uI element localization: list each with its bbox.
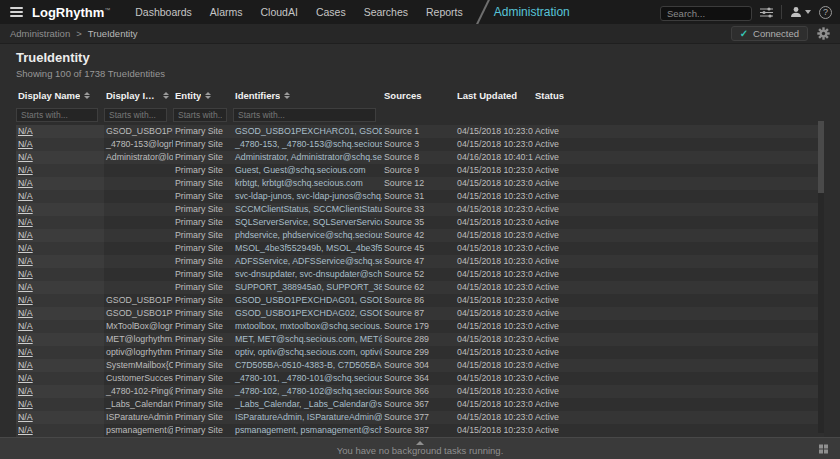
- nav-item-administration[interactable]: Administration: [494, 5, 570, 19]
- display-name-link[interactable]: N/A: [18, 243, 33, 253]
- identifiers-cell: GSOD_USBO1PEXCHDAG02, GSOD_USBO1...: [233, 307, 382, 320]
- display-name-link[interactable]: N/A: [18, 139, 33, 149]
- filter-display-identifier[interactable]: [104, 108, 167, 122]
- nav-divider: [781, 5, 782, 19]
- vertical-scrollbar[interactable]: [818, 121, 824, 433]
- hamburger-icon[interactable]: [10, 7, 23, 17]
- record-count: Showing 100 of 1738 TrueIdentities: [16, 68, 824, 80]
- nav-item-cloudai[interactable]: CloudAI: [252, 0, 307, 24]
- table-row[interactable]: N/A _4780-102-Ping@... Primary Site _478…: [16, 385, 824, 398]
- table-row[interactable]: N/A ISParatureAdmin... Primary Site ISPa…: [16, 411, 824, 424]
- logo[interactable]: LogRhythm™: [32, 5, 110, 20]
- display-name-link[interactable]: N/A: [18, 126, 33, 136]
- display-name-link[interactable]: N/A: [18, 321, 33, 331]
- display-name-cell: N/A: [16, 268, 104, 281]
- table-row[interactable]: N/A CustomerSuccess... Primary Site _478…: [16, 372, 824, 385]
- column-header-sources[interactable]: Sources: [382, 87, 455, 103]
- table-row[interactable]: N/A SystemMailbox{C... Primary Site C7D5…: [16, 359, 824, 372]
- breadcrumb-separator: >: [76, 28, 82, 39]
- column-header-last-updated[interactable]: Last Updated: [455, 87, 533, 103]
- table-row[interactable]: N/A _Labs_Calendar@... Primary Site _Lab…: [16, 398, 824, 411]
- nav-item-dashboards[interactable]: Dashboards: [126, 0, 201, 24]
- table-row[interactable]: N/A Primary Site svc-dnsupdater, svc-dns…: [16, 268, 824, 281]
- last-updated-cell: 04/15/2018 10:23:03 pm: [455, 268, 533, 281]
- status-cell: Active: [533, 177, 824, 190]
- status-cell: Active: [533, 164, 824, 177]
- entity-cell: Primary Site: [173, 138, 233, 151]
- column-header-identifiers[interactable]: Identifiers: [233, 87, 382, 103]
- table-row[interactable]: N/A _4780-153@logrh... Primary Site _478…: [16, 138, 824, 151]
- display-name-link[interactable]: N/A: [18, 308, 33, 318]
- nav-item-alarms[interactable]: Alarms: [201, 0, 252, 24]
- table-row[interactable]: N/A Primary Site krbtgt, krbtgt@schq.sec…: [16, 177, 824, 190]
- last-updated-cell: 04/15/2018 10:23:03 pm: [455, 229, 533, 242]
- connected-status[interactable]: ✓ Connected: [731, 26, 808, 41]
- table-row[interactable]: N/A GSOD_USBO1PEX... Primary Site GSOD_U…: [16, 307, 824, 320]
- nav-item-cases[interactable]: Cases: [307, 0, 355, 24]
- entity-cell: Primary Site: [173, 359, 233, 372]
- user-menu[interactable]: [790, 6, 811, 18]
- display-name-link[interactable]: N/A: [18, 360, 33, 370]
- table-row[interactable]: N/A Primary Site SCCMClientStatus, SCCMC…: [16, 203, 824, 216]
- display-name-link[interactable]: N/A: [18, 373, 33, 383]
- display-name-link[interactable]: N/A: [18, 256, 33, 266]
- display-name-link[interactable]: N/A: [18, 295, 33, 305]
- display-identifier-cell: [104, 177, 173, 190]
- display-name-link[interactable]: N/A: [18, 269, 33, 279]
- background-tasks-icon[interactable]: [819, 444, 828, 453]
- status-cell: Active: [533, 411, 824, 424]
- table-row[interactable]: N/A MxToolBox@logr... Primary Site mxtoo…: [16, 320, 824, 333]
- table-row[interactable]: N/A Primary Site Guest, Guest@schq.secio…: [16, 164, 824, 177]
- display-name-link[interactable]: N/A: [18, 425, 33, 435]
- display-name-link[interactable]: N/A: [18, 412, 33, 422]
- sources-cell: Source 179: [382, 320, 455, 333]
- entity-cell: Primary Site: [173, 320, 233, 333]
- filter-identifiers[interactable]: [233, 108, 376, 122]
- table-row[interactable]: N/A Primary Site ADFSService, ADFSServic…: [16, 255, 824, 268]
- nav-item-searches[interactable]: Searches: [355, 0, 417, 24]
- display-name-cell: N/A: [16, 203, 104, 216]
- help-icon[interactable]: ?: [819, 6, 832, 19]
- column-header-display-identifier[interactable]: Display Identifier: [104, 87, 173, 103]
- table-row[interactable]: N/A Primary Site phdservice, phdservice@…: [16, 229, 824, 242]
- filter-entity[interactable]: [173, 108, 227, 122]
- table-row[interactable]: N/A Primary Site SUPPORT_388945a0, SUPPO…: [16, 281, 824, 294]
- table-row[interactable]: N/A MET@logrhythm.... Primary Site MET, …: [16, 333, 824, 346]
- display-name-link[interactable]: N/A: [18, 191, 33, 201]
- display-name-link[interactable]: N/A: [18, 204, 33, 214]
- last-updated-cell: 04/15/2018 10:23:03 pm: [455, 411, 533, 424]
- filter-display-name[interactable]: [16, 108, 98, 122]
- global-search-input[interactable]: [660, 6, 752, 21]
- display-name-link[interactable]: N/A: [18, 230, 33, 240]
- table-row[interactable]: N/A Primary Site MSOL_4be3f552949b, MSOL…: [16, 242, 824, 255]
- table-row[interactable]: N/A GSOD_USBO1PEX... Primary Site GSOD_U…: [16, 125, 824, 138]
- display-name-link[interactable]: N/A: [18, 152, 33, 162]
- display-name-link[interactable]: N/A: [18, 178, 33, 188]
- last-updated-cell: 04/15/2018 10:23:03 pm: [455, 190, 533, 203]
- settings-gear-icon[interactable]: [817, 27, 830, 40]
- last-updated-cell: 04/15/2018 10:23:03 pm: [455, 385, 533, 398]
- last-updated-cell: 04/15/2018 10:23:03 pm: [455, 242, 533, 255]
- display-name-link[interactable]: N/A: [18, 399, 33, 409]
- table-row[interactable]: N/A Primary Site SQLServerService, SQLSe…: [16, 216, 824, 229]
- display-name-link[interactable]: N/A: [18, 217, 33, 227]
- table-row[interactable]: N/A optiv@logrhythm... Primary Site opti…: [16, 346, 824, 359]
- table-row[interactable]: N/A GSOD_USBO1PEX... Primary Site GSOD_U…: [16, 294, 824, 307]
- column-header-display-name[interactable]: Display Name: [16, 87, 104, 103]
- display-name-link[interactable]: N/A: [18, 282, 33, 292]
- entity-cell: Primary Site: [173, 281, 233, 294]
- column-header-entity[interactable]: Entity: [173, 87, 233, 103]
- scrollbar-thumb[interactable]: [818, 121, 824, 193]
- table-row[interactable]: N/A Primary Site svc-ldap-junos, svc-lda…: [16, 190, 824, 203]
- column-header-status[interactable]: Status: [533, 87, 824, 103]
- entity-cell: Primary Site: [173, 333, 233, 346]
- display-name-link[interactable]: N/A: [18, 347, 33, 357]
- display-name-link[interactable]: N/A: [18, 334, 33, 344]
- nav-item-reports[interactable]: Reports: [417, 0, 472, 24]
- search-filter-icon[interactable]: [760, 7, 773, 18]
- table-row[interactable]: N/A psmanagement@... Primary Site psmana…: [16, 424, 824, 437]
- table-row[interactable]: N/A Administrator@lo... Primary Site Adm…: [16, 151, 824, 164]
- display-name-link[interactable]: N/A: [18, 165, 33, 175]
- breadcrumb-administration[interactable]: Administration: [10, 28, 70, 39]
- display-name-link[interactable]: N/A: [18, 386, 33, 396]
